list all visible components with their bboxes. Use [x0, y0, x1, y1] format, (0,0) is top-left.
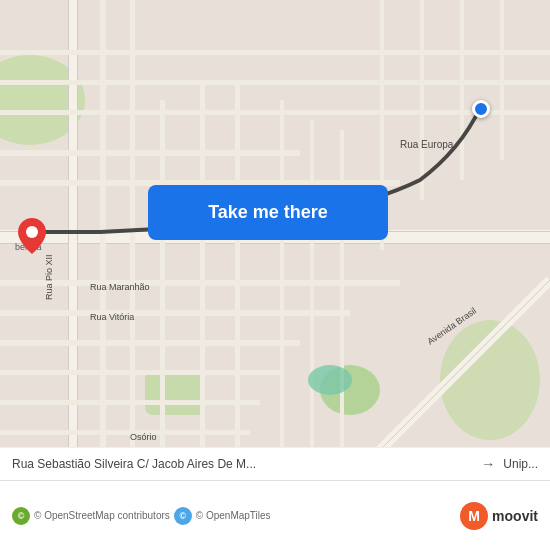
- svg-rect-14: [0, 150, 300, 156]
- svg-text:Rua Europa: Rua Europa: [400, 139, 454, 150]
- svg-rect-32: [460, 0, 464, 180]
- svg-rect-11: [77, 0, 78, 480]
- destination-dot: [472, 100, 490, 118]
- svg-rect-4: [145, 370, 205, 415]
- attribution: © © OpenStreetMap contributors © © OpenM…: [12, 507, 460, 525]
- origin-pin: [18, 218, 46, 258]
- svg-rect-21: [0, 430, 250, 435]
- svg-rect-24: [160, 100, 165, 480]
- svg-point-47: [26, 226, 38, 238]
- moovit-branding: M moovit: [460, 502, 538, 530]
- osm-text: © OpenStreetMap contributors: [34, 510, 170, 521]
- omt-text: © OpenMapTiles: [196, 510, 271, 521]
- svg-rect-27: [280, 100, 284, 480]
- svg-rect-26: [235, 80, 240, 480]
- route-to: Unip...: [503, 457, 538, 471]
- svg-text:Rua Pio XII: Rua Pio XII: [44, 254, 54, 300]
- moovit-logo-circle: M: [460, 502, 488, 530]
- footer-bar: © © OpenStreetMap contributors © © OpenM…: [0, 480, 550, 550]
- svg-rect-36: [0, 110, 550, 115]
- svg-rect-18: [0, 340, 300, 346]
- svg-rect-31: [420, 0, 424, 200]
- svg-rect-8: [0, 243, 550, 244]
- omt-logo: ©: [174, 507, 192, 525]
- app: Rua Europa Rua Paraná Nacional BR-467 Ru…: [0, 0, 550, 550]
- route-from: Rua Sebastião Silveira C/ Jacob Aires De…: [12, 457, 473, 471]
- svg-rect-17: [0, 310, 350, 316]
- svg-rect-29: [340, 130, 344, 480]
- svg-rect-34: [0, 50, 550, 55]
- svg-rect-22: [100, 0, 106, 480]
- svg-text:Rua Vitória: Rua Vitória: [90, 312, 134, 322]
- moovit-logo: M moovit: [460, 502, 538, 530]
- map-svg: Rua Europa Rua Paraná Nacional BR-467 Ru…: [0, 0, 550, 480]
- osm-logo: ©: [12, 507, 30, 525]
- route-info-bar: Rua Sebastião Silveira C/ Jacob Aires De…: [0, 447, 550, 480]
- moovit-brand-text: moovit: [492, 508, 538, 524]
- svg-rect-23: [130, 0, 135, 480]
- svg-point-46: [308, 365, 352, 395]
- svg-rect-35: [0, 80, 550, 85]
- svg-text:Rua Maranhão: Rua Maranhão: [90, 282, 150, 292]
- svg-rect-10: [68, 0, 69, 480]
- route-arrow: →: [481, 456, 495, 472]
- svg-rect-28: [310, 120, 314, 480]
- map-container: Rua Europa Rua Paraná Nacional BR-467 Ru…: [0, 0, 550, 480]
- svg-rect-25: [200, 80, 205, 480]
- take-me-there-button[interactable]: Take me there: [148, 185, 388, 240]
- svg-text:Osório: Osório: [130, 432, 157, 442]
- svg-rect-9: [68, 0, 78, 480]
